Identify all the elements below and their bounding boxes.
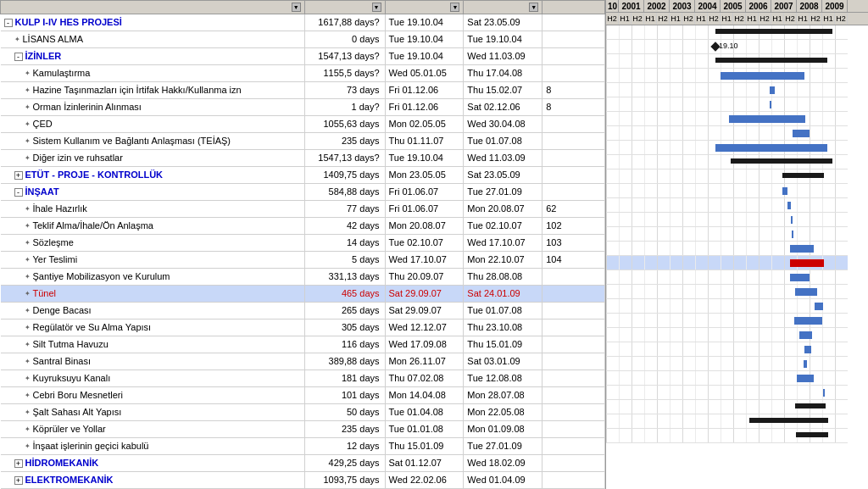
col-duration-dropdown[interactable]: ▼	[372, 3, 381, 12]
task-duration: 14 days	[304, 235, 385, 252]
col-start-dropdown[interactable]: ▼	[450, 3, 459, 12]
gantt-grid-line	[682, 126, 683, 140]
gantt-bar	[721, 72, 804, 80]
task-name-label: LİSANS ALMA	[23, 32, 84, 47]
task-name-cell: ✦Regülatör ve Su Alma Yapısı	[1, 320, 305, 336]
expand-icon[interactable]: -	[14, 188, 23, 197]
gantt-grid-line	[835, 386, 836, 399]
gantt-grid-line	[657, 299, 658, 313]
gantt-grid-line	[708, 400, 709, 414]
gantt-year-headers: 10200120022003200420052006200720082009	[606, 0, 868, 13]
gantt-grid-line	[644, 342, 645, 356]
gantt-grid-line	[784, 242, 785, 255]
gantt-grid-line	[670, 198, 670, 212]
gantt-grid-line	[695, 69, 696, 82]
gantt-grid-line	[695, 285, 696, 298]
gantt-grid-line	[682, 83, 683, 97]
gantt-grid-line	[822, 83, 823, 97]
gantt-bar	[815, 303, 823, 310]
gantt-grid-line	[746, 299, 747, 313]
gantt-grid-line	[822, 40, 823, 53]
gantt-grid-line	[733, 213, 734, 226]
task-finish: Mon 28.07.08	[464, 387, 542, 404]
gantt-grid-line	[759, 242, 760, 255]
gantt-grid-line	[733, 227, 734, 241]
expand-icon[interactable]: -	[14, 53, 23, 61]
gantt-grid-line	[695, 184, 696, 197]
gantt-grid-line	[657, 69, 658, 82]
task-name-cell: ✦Kamulaştırma	[1, 65, 305, 82]
gantt-grid-line	[619, 169, 620, 183]
task-name-cell: ✦Silt Tutma Havuzu	[1, 336, 305, 353]
gantt-grid-line	[682, 198, 683, 212]
task-pred	[542, 184, 605, 201]
gantt-grid-line	[810, 40, 810, 53]
gantt-grid-line	[619, 328, 620, 342]
gantt-grid-line	[759, 400, 760, 414]
gantt-grid-line	[682, 414, 683, 428]
gantt-grid-line	[784, 285, 785, 298]
gantt-grid-line	[810, 227, 810, 241]
task-name-label: Teklif Alma/İhale/Ön Anlaşma	[33, 219, 153, 233]
gantt-grid-line	[644, 69, 645, 82]
gantt-grid-line	[721, 414, 721, 428]
gantt-grid-line	[606, 141, 607, 154]
task-finish: Tue 12.08.08	[464, 370, 542, 387]
task-bullet-icon: ✦	[25, 439, 31, 453]
task-name-cell: ✦Teklif Alma/İhale/Ön Anlaşma	[1, 218, 305, 235]
gantt-row	[606, 299, 848, 314]
col-finish-header[interactable]: ▼	[464, 1, 542, 14]
task-start: Fri 01.12.06	[385, 82, 464, 99]
table-row: ✦İhale Hazırlık77 daysFri 01.06.07Mon 20…	[1, 201, 605, 218]
gantt-grid-line	[644, 83, 645, 97]
gantt-grid-line	[657, 386, 658, 399]
gantt-grid-line	[695, 97, 696, 111]
col-pred-header	[542, 1, 605, 14]
gantt-grid-line	[644, 400, 645, 414]
gantt-grid-line	[695, 40, 696, 53]
gantt-grid-line	[644, 213, 645, 226]
gantt-grid-line	[657, 97, 658, 111]
task-name-cell: ✦Şantiye Mobilizasyon ve Kurulum	[1, 269, 305, 286]
table-row: ✦Şantiye Mobilizasyon ve Kurulum331,13 d…	[1, 269, 605, 286]
task-finish: Wed 30.04.08	[464, 116, 542, 133]
expand-icon[interactable]: -	[4, 19, 13, 27]
col-duration-header[interactable]: ▼	[304, 1, 385, 14]
gantt-grid-line	[606, 429, 607, 442]
task-bullet-icon: ✦	[25, 405, 31, 420]
gantt-row	[606, 328, 848, 342]
gantt-grid-line	[606, 270, 607, 284]
task-duration: 305 days	[304, 320, 385, 336]
gantt-grid-line	[619, 414, 620, 428]
gantt-row	[606, 54, 848, 69]
gantt-grid-line	[759, 126, 760, 140]
gantt-grid-line	[606, 242, 607, 255]
task-finish: Wed 18.02.09	[464, 455, 542, 472]
col-start-header[interactable]: ▼	[385, 1, 464, 14]
gantt-grid-line	[606, 169, 607, 183]
gantt-grid-line	[606, 184, 607, 197]
expand-icon[interactable]: +	[14, 171, 23, 180]
gantt-grid-line	[733, 357, 734, 370]
gantt-grid-line	[632, 198, 632, 212]
task-finish: Mon 22.10.07	[464, 252, 542, 269]
col-finish-dropdown[interactable]: ▼	[529, 3, 538, 12]
gantt-grid-line	[746, 270, 747, 284]
gantt-grid-line	[619, 25, 620, 39]
gantt-grid-line	[784, 371, 785, 385]
col-task-dropdown[interactable]: ▼	[292, 3, 301, 12]
gantt-grid-line	[657, 414, 658, 428]
gantt-row	[606, 126, 848, 141]
gantt-grid-line	[632, 242, 632, 255]
gantt-grid-line	[695, 371, 696, 385]
expand-icon[interactable]: +	[14, 459, 23, 468]
gantt-grid-line	[746, 256, 747, 270]
gantt-grid-line	[835, 227, 836, 241]
gantt-grid-line	[771, 429, 772, 442]
gantt-grid-line	[708, 227, 709, 241]
task-duration: 12 days	[304, 438, 385, 455]
col-task-name-header[interactable]: ▼	[1, 1, 305, 14]
expand-icon[interactable]: +	[14, 476, 23, 485]
task-start: Wed 17.09.08	[385, 336, 464, 353]
gantt-grid-line	[632, 141, 632, 154]
